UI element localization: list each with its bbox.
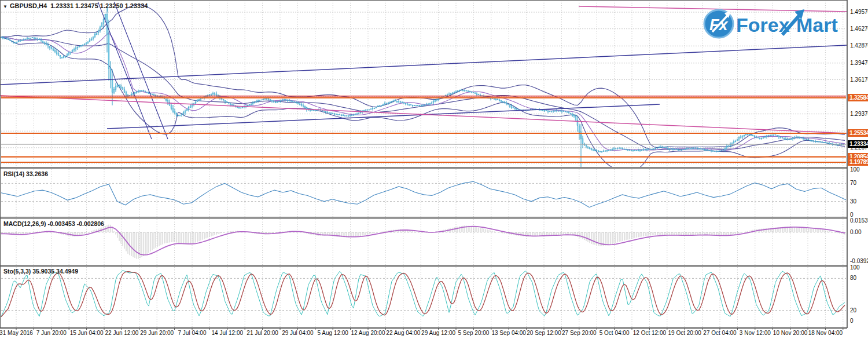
macd-label: MACD(12,26,9) -0.003453 -0.002806	[3, 220, 104, 227]
price-badge: 1.32584	[848, 94, 868, 101]
time-axis-label[interactable]: 20 Sep 12:00	[527, 330, 561, 336]
time-axis-label[interactable]: 7 Jun 20:00	[36, 330, 67, 336]
time-axis-label[interactable]: 15 Jun 04:00	[70, 330, 104, 336]
rsi-axis-label: 30	[850, 198, 856, 205]
chart-title: ▼GBPUSD,H4 1.23331 1.23475 1.23250 1.233…	[3, 2, 148, 9]
time-axis-label[interactable]: 21 Jul 20:00	[247, 330, 278, 336]
macd-axis-label: 0.00	[850, 229, 861, 235]
time-axis-label[interactable]: 14 Jul 12:00	[212, 330, 244, 336]
time-axis-label[interactable]: 10 Nov 20:00	[773, 330, 808, 336]
price-axis-label: 1.42870	[850, 42, 868, 49]
time-axis-label[interactable]: 22 Aug 04:00	[386, 330, 420, 336]
time-axis-label[interactable]: 19 Oct 20:00	[668, 330, 701, 336]
price-axis-label: 1.49570	[850, 9, 868, 15]
logo-forex-text: Forex	[736, 14, 790, 36]
price-badge: 1.19789	[848, 158, 868, 166]
current-price-badge: 1.23334	[848, 140, 868, 148]
time-axis-label[interactable]: 3 Nov 12:00	[740, 330, 771, 336]
macd-histogram	[1, 225, 845, 259]
rsi-label: RSI(14) 33.2636	[3, 170, 48, 177]
rsi-panel	[1, 169, 846, 217]
trendline-steep-channel-1[interactable]	[97, 0, 152, 139]
panel-separator[interactable]	[0, 265, 847, 267]
time-axis-label[interactable]: 12 Oct 12:00	[633, 330, 666, 336]
chart-window: ▼GBPUSD,H4 1.23331 1.23475 1.23250 1.233…	[0, 0, 868, 339]
sto-axis-label: 100	[850, 264, 860, 271]
time-axis-label[interactable]: 13 Sep 04:00	[491, 330, 526, 336]
stochastic-k-line	[1, 271, 845, 317]
time-axis-label[interactable]: 5 Oct 04:00	[599, 330, 630, 336]
time-axis-label[interactable]: 12 Aug 20:00	[351, 330, 385, 336]
time-axis-label[interactable]: 22 Jun 12:00	[105, 330, 138, 336]
symbol-timeframe: GBPUSD,H4	[10, 2, 47, 9]
chart-canvas	[0, 0, 868, 339]
macd-axis-label: -0.039254	[850, 258, 868, 264]
symbol-dropdown-icon[interactable]: ▼	[3, 4, 8, 9]
price-axis-label: 1.29370	[850, 111, 868, 117]
rsi-axis-label: 70	[850, 180, 856, 186]
macd-axis-label: 0.015392	[850, 217, 868, 224]
trendline-rising-support[interactable]	[107, 104, 660, 129]
price-badge: 1.25534	[848, 129, 868, 137]
ohlc-values: 1.23331 1.23475 1.23250 1.23334	[50, 2, 148, 9]
price-axis-label: 1.36170	[850, 76, 868, 83]
time-axis-label[interactable]: 27 Oct 04:00	[703, 330, 736, 336]
panel-separator[interactable]	[0, 217, 847, 219]
time-axis-label[interactable]: 27 Sep 20:00	[562, 330, 597, 336]
sto-panel	[1, 267, 846, 328]
sto-axis-label: 80	[850, 275, 856, 281]
forexmart-logo: Fx Forex Mart	[694, 6, 851, 45]
time-axis-label[interactable]: 29 Jun 20:00	[140, 330, 174, 336]
rsi-axis-label: 100	[850, 166, 860, 173]
sto-label: Sto(5,3,3) 35.9035 34.4949	[3, 268, 78, 275]
time-axis-label[interactable]: 5 Sep 20:00	[458, 330, 489, 336]
time-axis-border	[0, 328, 847, 329]
logo-mart-text: Mart	[796, 14, 838, 36]
macd-panel	[1, 219, 846, 265]
panel-separator[interactable]	[0, 167, 847, 169]
time-axis-label[interactable]: 29 Aug 12:00	[421, 330, 455, 336]
price-axis-label: 1.46270	[850, 25, 868, 32]
sto-axis-label: 20	[850, 307, 856, 314]
time-axis-label[interactable]: 29 Jul 04:00	[282, 330, 314, 336]
time-axis-label[interactable]: 5 Aug 12:00	[317, 330, 348, 336]
time-axis-label[interactable]: 18 Nov 04:00	[808, 330, 843, 336]
rsi-line	[1, 181, 846, 207]
time-axis-label[interactable]: 31 May 2016	[0, 330, 33, 336]
sto-axis-label: 0	[850, 318, 854, 324]
price-axis-label: 1.39470	[850, 60, 868, 66]
time-axis-label[interactable]: 7 Jul 04:00	[178, 330, 207, 336]
